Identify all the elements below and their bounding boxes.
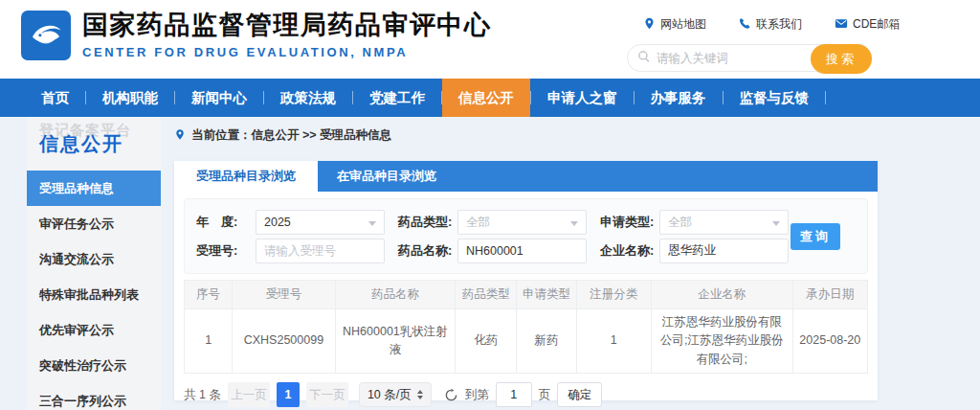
field-acceptance-number: 受理号: [196, 239, 385, 263]
sidebar-item-priority-review[interactable]: 优先审评公示 [27, 312, 161, 348]
nav-item-applicant-window[interactable]: 申请人之窗 [531, 79, 634, 117]
select-updown-icon [417, 390, 423, 399]
site-search-bar: 搜索 [627, 44, 872, 72]
sitemap-link-label: 网站地图 [660, 16, 706, 33]
nav-item-policies[interactable]: 政策法规 [264, 79, 352, 117]
sidebar-item-accepted-varieties[interactable]: 受理品种信息 [27, 171, 161, 206]
nav-item-functions[interactable]: 机构职能 [86, 79, 174, 117]
chevron-down-icon [772, 221, 780, 226]
application-type-label: 申请类型: [600, 214, 659, 231]
breadcrumb: 当前位置：信息公开 >> 受理品种信息 [174, 127, 878, 144]
col-header-registration-class: 注册分类 [576, 281, 651, 309]
mail-envelope-icon [835, 17, 848, 33]
results-table: 序号 受理号 药品名称 药品类型 申请类型 注册分类 企业名称 承办日期 [184, 280, 868, 374]
form-row-1: 年 度: 2025 药品类型: 全部 [196, 209, 781, 235]
cell-registration-class: 1 [576, 309, 651, 374]
table-row: 1 CXHS2500099 NH600001乳状注射液 化药 新药 1 江苏恩华… [185, 309, 868, 374]
form-row-2: 受理号: 药品名称: 企业名称: [196, 238, 781, 263]
sidebar-item-breakthrough-therapy[interactable]: 突破性治疗公示 [27, 348, 161, 383]
col-header-company-name: 企业名称 [652, 281, 793, 309]
col-header-drug-name: 药品名称 [335, 281, 456, 309]
nav-item-services[interactable]: 办事服务 [635, 79, 723, 117]
sidebar-item-three-in-one[interactable]: 三合一序列公示 [27, 383, 161, 410]
results-table-wrap: 序号 受理号 药品名称 药品类型 申请类型 注册分类 企业名称 承办日期 [184, 280, 868, 374]
nav-item-supervision[interactable]: 监督与反馈 [724, 79, 826, 117]
cell-drug-name: NH600001乳状注射液 [335, 309, 456, 374]
sidebar-item-special-approval[interactable]: 特殊审批品种列表 [27, 277, 161, 312]
nav-item-info-disclosure[interactable]: 信息公开 [442, 79, 530, 117]
page: 国家药品监督管理局药品审评中心 CENTER FOR DRUG EVALUATI… [0, 0, 980, 410]
field-company-name: 企业名称: [600, 239, 789, 263]
drug-type-label: 药品类型: [398, 214, 457, 231]
pagination: 共 1 条 上一页 1 下一页 10 条/页 到第 页 确定 [184, 382, 868, 407]
tab-under-review-catalog[interactable]: 在审品种目录浏览 [318, 161, 456, 192]
sidebar-head: 登记备案平台 信息公开 [27, 117, 161, 171]
breadcrumb-pin-icon [174, 128, 186, 144]
table-header-row: 序号 受理号 药品名称 药品类型 申请类型 注册分类 企业名称 承办日期 [185, 281, 868, 309]
nav-item-news[interactable]: 新闻中心 [175, 79, 263, 117]
nav-item-home[interactable]: 首页 [25, 79, 85, 117]
application-type-select[interactable]: 全部 [659, 210, 789, 235]
drug-type-select-value: 全部 [466, 216, 490, 229]
goto-page-input[interactable] [496, 382, 532, 407]
cell-acceptance-date: 2025-08-20 [792, 309, 867, 374]
tab-accepted-catalog[interactable]: 受理品种目录浏览 [174, 161, 318, 192]
main-panel: 当前位置：信息公开 >> 受理品种信息 受理品种目录浏览 在审品种目录浏览 年 … [174, 117, 878, 410]
page-size-select[interactable]: 10 条/页 [359, 382, 432, 407]
chevron-down-icon [570, 221, 578, 226]
year-label: 年 度: [196, 214, 256, 231]
site-title: 国家药品监督管理局药品审评中心 [82, 10, 492, 40]
cde-logo-icon [26, 13, 66, 57]
sidebar-item-review-tasks[interactable]: 审评任务公示 [27, 206, 161, 241]
drug-name-label: 药品名称: [398, 242, 457, 260]
next-page-button[interactable]: 下一页 [306, 382, 348, 407]
col-header-acceptance-number: 受理号 [233, 281, 335, 309]
acceptance-number-input[interactable] [256, 239, 385, 263]
main-nav: 首页 机构职能 新闻中心 政策法规 党建工作 信息公开 申请人之窗 办事服务 监… [0, 79, 980, 117]
search-button[interactable]: 搜索 [811, 44, 872, 74]
company-name-input[interactable] [659, 239, 789, 263]
company-name-label: 企业名称: [600, 242, 659, 260]
sidebar-item-communication[interactable]: 沟通交流公示 [27, 241, 161, 277]
tab-bar: 受理品种目录浏览 在审品种目录浏览 [174, 161, 878, 192]
field-drug-type: 药品类型: 全部 [398, 210, 587, 235]
field-application-type: 申请类型: 全部 [600, 210, 789, 235]
chevron-down-icon [368, 221, 376, 226]
location-pin-icon [643, 17, 656, 33]
sitemap-link[interactable]: 网站地图 [643, 16, 706, 33]
drug-type-select[interactable]: 全部 [457, 210, 587, 235]
confirm-button[interactable]: 确定 [557, 382, 602, 407]
nav-item-party[interactable]: 党建工作 [353, 79, 441, 117]
content-card: 受理品种目录浏览 在审品种目录浏览 年 度: 2025 药品 [174, 161, 878, 400]
mailbox-link[interactable]: CDE邮箱 [835, 16, 900, 33]
mailbox-link-label: CDE邮箱 [853, 16, 900, 33]
page-size-value: 10 条/页 [368, 387, 412, 403]
site-subtitle: CENTER FOR DRUG EVALUATION, NMPA [82, 45, 492, 59]
cell-company-name: 江苏恩华药业股份有限公司;江苏恩华药业股份有限公司; [652, 309, 793, 374]
pagination-total: 共 1 条 [184, 387, 221, 403]
query-button[interactable]: 查询 [791, 223, 840, 250]
contact-link-label: 联系我们 [756, 16, 802, 33]
col-header-drug-type: 药品类型 [456, 281, 517, 309]
content-area: 登记备案平台 信息公开 受理品种信息 审评任务公示 沟通交流公示 特殊审批品种列… [0, 117, 980, 410]
page-1-button[interactable]: 1 [277, 382, 300, 407]
prev-page-button[interactable]: 上一页 [228, 382, 270, 407]
refresh-icon[interactable] [444, 388, 458, 402]
phone-icon [739, 17, 751, 33]
contact-link[interactable]: 联系我们 [739, 16, 802, 33]
quick-links: 网站地图 联系我们 CDE邮箱 [643, 16, 900, 33]
nav-separator [825, 91, 826, 104]
cell-index: 1 [185, 309, 233, 374]
application-type-select-value: 全部 [668, 216, 692, 229]
cell-acceptance-number: CXHS2500099 [233, 309, 335, 374]
drug-name-input[interactable] [457, 239, 587, 263]
search-form: 年 度: 2025 药品类型: 全部 [184, 198, 868, 274]
cell-application-type: 新药 [517, 309, 576, 374]
year-select[interactable]: 2025 [256, 210, 385, 235]
breadcrumb-text: 当前位置：信息公开 >> 受理品种信息 [191, 127, 391, 144]
field-drug-name: 药品名称: [398, 239, 587, 263]
col-header-acceptance-date: 承办日期 [792, 281, 867, 309]
col-header-index: 序号 [185, 281, 233, 309]
goto-prefix-label: 到第 [465, 387, 489, 403]
col-header-application-type: 申请类型 [517, 281, 576, 309]
